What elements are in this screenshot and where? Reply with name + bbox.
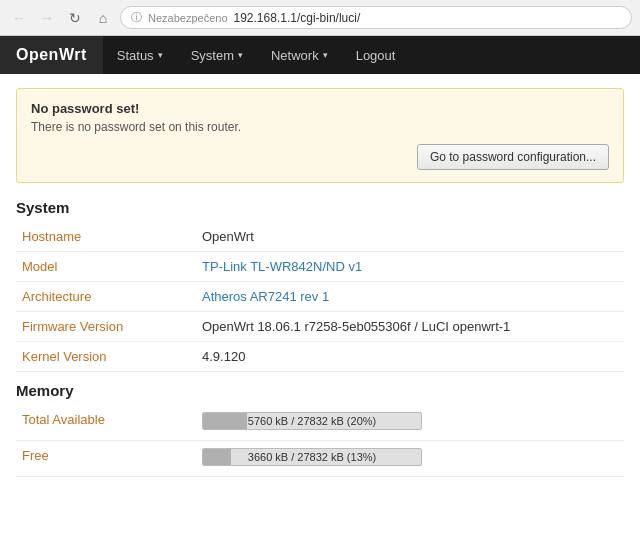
chevron-down-icon: ▾: [158, 50, 163, 60]
table-row: Total Available 5760 kB / 27832 kB (20%): [16, 405, 624, 441]
table-row: Kernel Version 4.9.120: [16, 342, 624, 372]
total-memory-bar: 5760 kB / 27832 kB (20%): [202, 412, 422, 430]
free-memory-bar: 3660 kB / 27832 kB (13%): [202, 448, 422, 466]
row-label-total: Total Available: [16, 405, 196, 441]
table-row: Firmware Version OpenWrt 18.06.1 r7258-5…: [16, 312, 624, 342]
free-memory-label: 3660 kB / 27832 kB (13%): [203, 451, 421, 463]
openwrt-navbar: OpenWrt Status ▾ System ▾ Network ▾ Logo…: [0, 36, 640, 74]
memory-info-table: Total Available 5760 kB / 27832 kB (20%)…: [16, 405, 624, 477]
table-row: Free 3660 kB / 27832 kB (13%): [16, 441, 624, 477]
brand-logo: OpenWrt: [0, 36, 103, 74]
lock-icon: ⓘ: [131, 10, 142, 25]
row-value-total: 5760 kB / 27832 kB (20%): [196, 405, 624, 441]
reload-button[interactable]: ↻: [64, 7, 86, 29]
forward-button[interactable]: →: [36, 7, 58, 29]
back-button[interactable]: ←: [8, 7, 30, 29]
row-value-model: TP-Link TL-WR842N/ND v1: [196, 252, 624, 282]
nav-item-system[interactable]: System ▾: [177, 38, 257, 73]
url-text: 192.168.1.1/cgi-bin/luci/: [234, 11, 361, 25]
table-row: Hostname OpenWrt: [16, 222, 624, 252]
row-label-kernel: Kernel Version: [16, 342, 196, 372]
table-row: Model TP-Link TL-WR842N/ND v1: [16, 252, 624, 282]
table-row: Architecture Atheros AR7241 rev 1: [16, 282, 624, 312]
system-section-heading: System: [16, 199, 624, 218]
row-value-free: 3660 kB / 27832 kB (13%): [196, 441, 624, 477]
browser-chrome: ← → ↻ ⌂ ⓘ Nezabezpečeno 192.168.1.1/cgi-…: [0, 0, 640, 36]
home-button[interactable]: ⌂: [92, 7, 114, 29]
row-label-hostname: Hostname: [16, 222, 196, 252]
alert-body: There is no password set on this router.: [31, 120, 609, 134]
browser-toolbar: ← → ↻ ⌂ ⓘ Nezabezpečeno 192.168.1.1/cgi-…: [0, 0, 640, 35]
address-bar[interactable]: ⓘ Nezabezpečeno 192.168.1.1/cgi-bin/luci…: [120, 6, 632, 29]
row-label-model: Model: [16, 252, 196, 282]
alert-footer: Go to password configuration...: [31, 144, 609, 170]
memory-section-heading: Memory: [16, 382, 624, 401]
nav-item-network[interactable]: Network ▾: [257, 38, 342, 73]
row-value-kernel: 4.9.120: [196, 342, 624, 372]
row-value-firmware: OpenWrt 18.06.1 r7258-5eb055306f / LuCI …: [196, 312, 624, 342]
chevron-down-icon: ▾: [323, 50, 328, 60]
total-memory-label: 5760 kB / 27832 kB (20%): [203, 415, 421, 427]
chevron-down-icon: ▾: [238, 50, 243, 60]
architecture-link[interactable]: Atheros AR7241 rev 1: [202, 289, 329, 304]
password-config-button[interactable]: Go to password configuration...: [417, 144, 609, 170]
alert-box: No password set! There is no password se…: [16, 88, 624, 183]
nav-items: Status ▾ System ▾ Network ▾ Logout: [103, 38, 410, 73]
nav-item-status[interactable]: Status ▾: [103, 38, 177, 73]
row-value-hostname: OpenWrt: [196, 222, 624, 252]
row-label-architecture: Architecture: [16, 282, 196, 312]
model-link[interactable]: TP-Link TL-WR842N/ND v1: [202, 259, 362, 274]
alert-title: No password set!: [31, 101, 609, 116]
security-label: Nezabezpečeno: [148, 12, 228, 24]
row-label-free: Free: [16, 441, 196, 477]
system-info-table: Hostname OpenWrt Model TP-Link TL-WR842N…: [16, 222, 624, 372]
row-value-architecture: Atheros AR7241 rev 1: [196, 282, 624, 312]
nav-item-logout[interactable]: Logout: [342, 38, 410, 73]
main-content: No password set! There is no password se…: [0, 74, 640, 501]
row-label-firmware: Firmware Version: [16, 312, 196, 342]
